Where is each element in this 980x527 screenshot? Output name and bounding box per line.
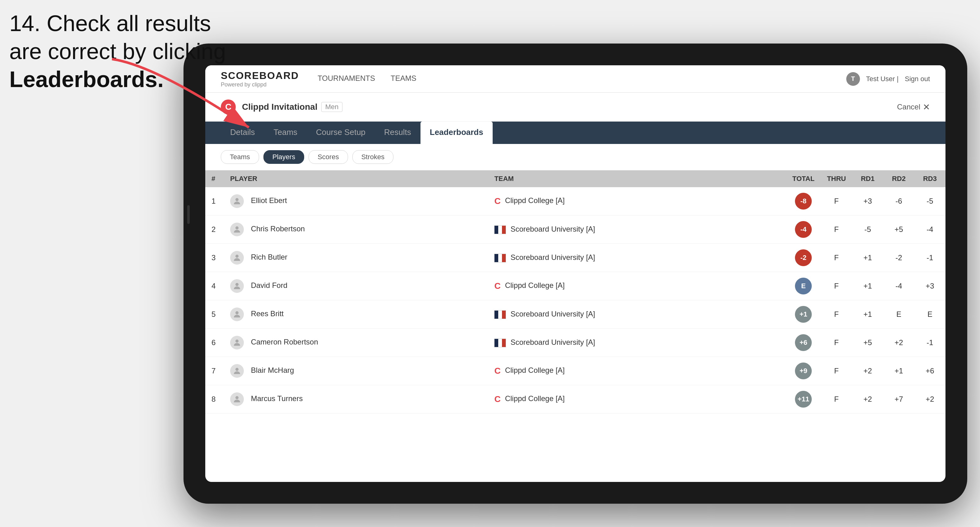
score-badge: +1: [795, 306, 812, 323]
player-avatar: [230, 194, 244, 208]
cell-total: +9: [786, 357, 821, 385]
cell-total: +1: [786, 300, 821, 329]
tablet-screen: SCOREBOARD Powered by clippd TOURNAMENTS…: [205, 65, 945, 482]
tab-leaderboards[interactable]: Leaderboards: [420, 122, 493, 144]
tab-course-setup[interactable]: Course Setup: [307, 122, 375, 144]
cell-total: +6: [786, 329, 821, 357]
svg-point-4: [235, 283, 239, 286]
cell-thru: F: [821, 244, 852, 272]
tournament-header: C Clippd Invitational Men Cancel ✕: [205, 93, 945, 122]
cell-rank: 6: [205, 329, 224, 357]
cell-rank: 8: [205, 385, 224, 414]
tab-results[interactable]: Results: [375, 122, 420, 144]
leaderboard-table: # PLAYER TEAM TOTAL THRU RD1 RD2 RD3 1: [205, 170, 945, 482]
cell-rd3: +2: [915, 385, 945, 414]
svg-point-2: [235, 226, 239, 229]
cell-team: Scoreboard University [A]: [488, 244, 786, 272]
col-rank: #: [205, 170, 224, 187]
cell-rd3: +6: [915, 357, 945, 385]
player-name: Chris Robertson: [251, 224, 305, 233]
table-row: 2 Chris Robertson Scoreboard University …: [205, 216, 945, 244]
cell-total: -4: [786, 216, 821, 244]
cell-rank: 4: [205, 272, 224, 300]
player-avatar: [230, 308, 244, 321]
cell-team: Scoreboard University [A]: [488, 329, 786, 357]
cell-rd1: +2: [852, 385, 883, 414]
player-name: Blair McHarg: [251, 366, 294, 375]
cell-rank: 3: [205, 244, 224, 272]
table-header-row: # PLAYER TEAM TOTAL THRU RD1 RD2 RD3: [205, 170, 945, 187]
cell-thru: F: [821, 329, 852, 357]
tournament-badge: Men: [321, 102, 343, 112]
col-thru: THRU: [821, 170, 852, 187]
cell-player: David Ford: [224, 272, 488, 300]
cell-total: E: [786, 272, 821, 300]
cell-rank: 5: [205, 300, 224, 329]
team-name: Clippd College [A]: [505, 196, 565, 205]
table-row: 3 Rich Butler Scoreboard University [A]-…: [205, 244, 945, 272]
filter-teams[interactable]: Teams: [221, 150, 259, 164]
col-player: PLAYER: [224, 170, 488, 187]
score-badge: +11: [795, 391, 812, 408]
cancel-button[interactable]: Cancel ✕: [897, 102, 930, 112]
table-row: 5 Rees Britt Scoreboard University [A]+1…: [205, 300, 945, 329]
col-team: TEAM: [488, 170, 786, 187]
cell-rd1: +2: [852, 357, 883, 385]
svg-point-1: [235, 198, 239, 201]
team-name: Scoreboard University [A]: [511, 338, 595, 346]
cell-thru: F: [821, 385, 852, 414]
table-row: 6 Cameron Robertson Scoreboard Universit…: [205, 329, 945, 357]
team-icon-s: [494, 338, 506, 347]
cell-rd3: +3: [915, 272, 945, 300]
team-name: Scoreboard University [A]: [511, 310, 595, 318]
cell-rd1: +1: [852, 272, 883, 300]
score-badge: +9: [795, 362, 812, 379]
cell-rd3: E: [915, 300, 945, 329]
player-name: David Ford: [251, 281, 287, 289]
cell-rd3: -1: [915, 329, 945, 357]
cell-rd1: +5: [852, 329, 883, 357]
nav-teams[interactable]: TEAMS: [391, 73, 417, 85]
cell-rd3: -1: [915, 244, 945, 272]
cell-rd2: -4: [883, 272, 915, 300]
cell-rd2: +1: [883, 357, 915, 385]
player-name: Rees Britt: [251, 310, 284, 318]
team-icon-s: [494, 225, 506, 234]
team-name: Clippd College [A]: [505, 394, 565, 403]
cell-rd2: -2: [883, 244, 915, 272]
col-rd3: RD3: [915, 170, 945, 187]
cell-rd2: +2: [883, 329, 915, 357]
player-name: Cameron Robertson: [251, 338, 318, 346]
team-name: Clippd College [A]: [505, 366, 565, 375]
player-avatar: [230, 364, 244, 378]
cell-rd2: E: [883, 300, 915, 329]
svg-point-6: [235, 340, 239, 343]
cell-thru: F: [821, 216, 852, 244]
arrow-indicator: [93, 47, 280, 140]
cell-rd1: +3: [852, 187, 883, 216]
cell-player: Elliot Ebert: [224, 187, 488, 216]
filter-scores[interactable]: Scores: [309, 150, 348, 164]
filter-strokes[interactable]: Strokes: [352, 150, 394, 164]
cell-rd2: +5: [883, 216, 915, 244]
nav-tournaments[interactable]: TOURNAMENTS: [318, 73, 375, 85]
signout-link[interactable]: Sign out: [905, 75, 930, 83]
score-badge: -4: [795, 221, 812, 238]
cell-rd3: -5: [915, 187, 945, 216]
team-icon-s: [494, 254, 506, 262]
player-name: Elliot Ebert: [251, 196, 287, 205]
filter-players[interactable]: Players: [263, 150, 304, 164]
player-avatar: [230, 392, 244, 406]
col-rd2: RD2: [883, 170, 915, 187]
cell-team: CClippd College [A]: [488, 187, 786, 216]
cell-rd3: -4: [915, 216, 945, 244]
navbar: SCOREBOARD Powered by clippd TOURNAMENTS…: [205, 65, 945, 93]
cell-team: CClippd College [A]: [488, 385, 786, 414]
tab-bar: Details Teams Course Setup Results Leade…: [205, 122, 945, 144]
cell-rd1: -5: [852, 216, 883, 244]
filter-bar: Teams Players Scores Strokes: [205, 144, 945, 170]
cell-total: -2: [786, 244, 821, 272]
cell-team: CClippd College [A]: [488, 357, 786, 385]
team-icon-c: C: [494, 366, 500, 376]
cell-player: Blair McHarg: [224, 357, 488, 385]
